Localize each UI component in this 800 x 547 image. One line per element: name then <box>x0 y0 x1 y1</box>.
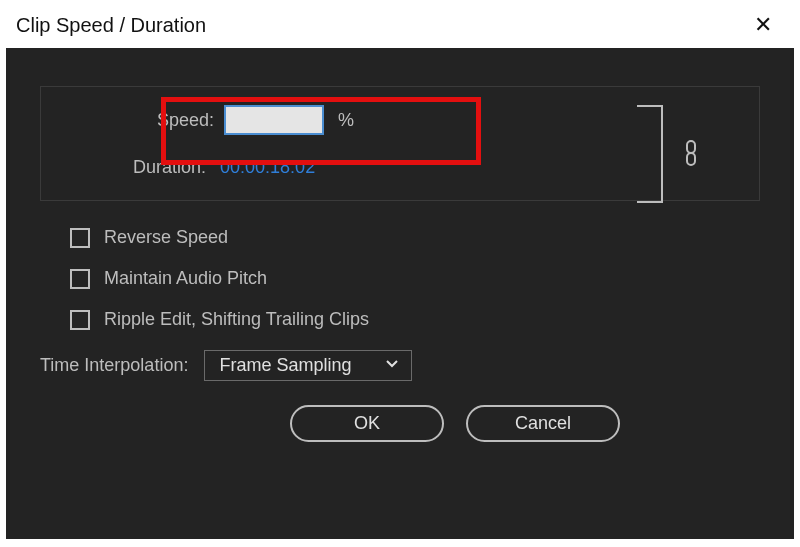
link-icon[interactable] <box>681 139 701 167</box>
cancel-button[interactable]: Cancel <box>466 405 620 442</box>
speed-label: Speed: <box>157 110 214 131</box>
time-interpolation-label: Time Interpolation: <box>40 355 188 376</box>
ripple-edit-label: Ripple Edit, Shifting Trailing Clips <box>104 309 369 330</box>
duration-label: Duration: <box>133 157 206 178</box>
reverse-speed-checkbox[interactable]: Reverse Speed <box>70 227 764 248</box>
ok-button[interactable]: OK <box>290 405 444 442</box>
time-interpolation-select[interactable]: Frame Sampling <box>204 350 412 381</box>
maintain-audio-pitch-checkbox[interactable]: Maintain Audio Pitch <box>70 268 764 289</box>
reverse-speed-label: Reverse Speed <box>104 227 228 248</box>
speed-percent-label: % <box>338 110 354 131</box>
close-icon[interactable]: ✕ <box>746 10 780 40</box>
speed-input[interactable] <box>224 105 324 135</box>
duration-value[interactable]: 00:00:18:02 <box>220 157 315 178</box>
chevron-down-icon <box>385 355 399 376</box>
dialog-panel: Speed: % Duration: 00:00:18:02 Reverse S… <box>6 48 794 539</box>
window-title: Clip Speed / Duration <box>16 14 206 37</box>
dialog-buttons: OK Cancel <box>146 405 764 442</box>
maintain-audio-pitch-label: Maintain Audio Pitch <box>104 268 267 289</box>
speed-duration-group: Speed: % Duration: 00:00:18:02 <box>40 86 760 201</box>
checkbox-box <box>70 269 90 289</box>
time-interpolation-value: Frame Sampling <box>219 355 351 376</box>
time-interpolation-row: Time Interpolation: Frame Sampling <box>40 350 764 381</box>
ripple-edit-checkbox[interactable]: Ripple Edit, Shifting Trailing Clips <box>70 309 764 330</box>
link-bracket <box>637 105 663 203</box>
checkbox-box <box>70 310 90 330</box>
titlebar: Clip Speed / Duration ✕ <box>0 0 800 48</box>
checkbox-list: Reverse Speed Maintain Audio Pitch Rippl… <box>70 227 764 330</box>
checkbox-box <box>70 228 90 248</box>
